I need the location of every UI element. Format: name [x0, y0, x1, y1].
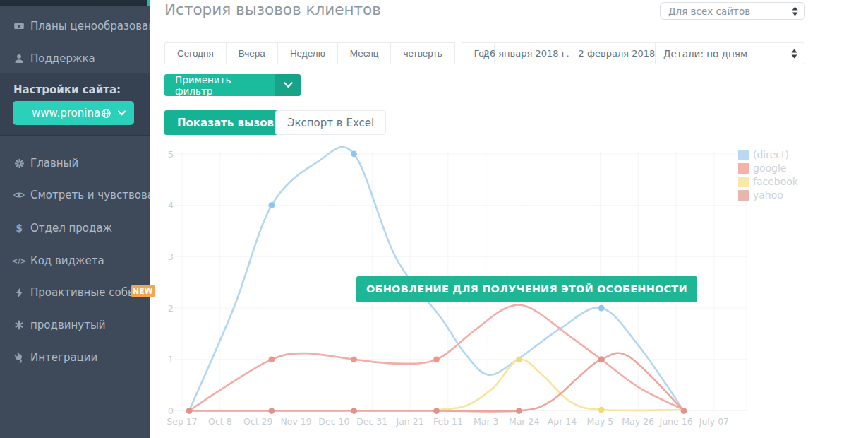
site-settings-label: Настройки сайта: — [13, 83, 121, 96]
sidebar-item-label: Интеграции — [30, 351, 97, 364]
code-icon: </> — [13, 255, 25, 266]
date-range-picker[interactable]: 26 января 2018 г. - 2 февраля 2018 г. — [494, 42, 656, 64]
sidebar-item-integrations[interactable]: Интеграции — [0, 348, 150, 367]
site-selector-value: www.pronina — [32, 107, 101, 119]
sidebar-item-pricing-plans[interactable]: Планы ценообразования — [0, 17, 150, 35]
series-point-direct — [598, 305, 605, 312]
chart-legend: (direct) google facebook yahoo — [738, 149, 798, 203]
svg-text:0: 0 — [168, 406, 174, 416]
sidebar-item-label: Главный — [30, 157, 78, 170]
main-content: История вызовов клиентов Для всех сайтов… — [150, 0, 868, 438]
legend-swatch — [738, 190, 749, 201]
site-settings-section: Настройки сайта: www.pronina — [0, 73, 150, 136]
sidebar-item-label: Планы ценообразования — [30, 20, 169, 32]
site-selector[interactable]: www.pronina — [13, 101, 134, 125]
legend-label: google — [753, 162, 786, 174]
range-button-quarter[interactable]: четверть — [390, 42, 454, 64]
series-point-google — [351, 356, 357, 362]
svg-text:Mar 24: Mar 24 — [509, 416, 540, 427]
sidebar-item-label: Отдел продаж — [30, 222, 112, 235]
svg-text:July 07: July 07 — [699, 416, 729, 427]
series-point-google — [433, 356, 440, 362]
bolt-icon — [13, 287, 25, 298]
range-button-today[interactable]: Сегодня — [164, 42, 227, 64]
sidebar-item-look-and-feel[interactable]: Смотреть и чувствовать — [0, 186, 150, 204]
svg-text:Mar 3: Mar 3 — [474, 416, 499, 427]
svg-text:4: 4 — [168, 200, 174, 211]
series-point-yahoo — [681, 408, 687, 414]
svg-text:May 26: May 26 — [622, 416, 654, 427]
legend-label: (direct) — [753, 149, 789, 160]
eye-icon — [13, 189, 25, 201]
globe-icon — [101, 108, 111, 119]
series-point-yahoo — [268, 408, 275, 414]
sidebar-item-proactive-events[interactable]: Проактивные события — [0, 283, 150, 302]
svg-text:Apr 14: Apr 14 — [548, 416, 577, 427]
legend-item-facebook[interactable]: facebook — [738, 176, 798, 187]
sidebar-item-label: Поддержка — [30, 52, 95, 65]
upgrade-feature-banner[interactable]: ОБНОВЛЕНИЕ ДЛЯ ПОЛУЧЕНИЯ ЭТОЙ ОСОБЕННОСТ… — [356, 276, 697, 302]
legend-item-google[interactable]: google — [738, 162, 798, 174]
series-point-facebook — [516, 356, 522, 362]
details-granularity-value: Детали: по дням — [663, 48, 791, 59]
svg-text:Oct 29: Oct 29 — [243, 416, 273, 427]
user-icon — [13, 53, 25, 64]
series-point-google — [268, 356, 275, 362]
select-spinner-icon — [791, 49, 797, 59]
legend-item-yahoo[interactable]: yahoo — [738, 189, 798, 201]
svg-text:May 5: May 5 — [586, 416, 613, 427]
sidebar-item-advanced[interactable]: продвинутый — [0, 316, 150, 334]
svg-text:2: 2 — [168, 303, 174, 314]
legend-swatch — [738, 150, 749, 160]
sidebar-item-widget-code[interactable]: </> Код виджета — [0, 251, 150, 270]
range-button-week[interactable]: Неделю — [277, 42, 338, 64]
site-filter-select[interactable]: Для всех сайтов — [660, 2, 805, 20]
legend-label: facebook — [753, 176, 798, 187]
svg-text:1: 1 — [168, 354, 174, 365]
svg-text:Jan 21: Jan 21 — [396, 416, 424, 427]
sidebar: Планы ценообразования Поддержка Настройк… — [0, 0, 150, 438]
svg-text:Feb 11: Feb 11 — [433, 416, 463, 427]
details-granularity-select[interactable]: Детали: по дням — [655, 42, 804, 64]
asterisk-icon — [13, 319, 25, 331]
series-point-yahoo — [516, 408, 522, 414]
series-point-direct — [351, 151, 357, 158]
legend-swatch — [738, 163, 749, 174]
plug-icon — [13, 352, 25, 363]
sidebar-top-strip — [0, 0, 150, 6]
legend-item-direct[interactable]: (direct) — [738, 149, 798, 160]
site-filter-value: Для всех сайтов — [668, 6, 792, 17]
series-point-yahoo — [351, 408, 357, 414]
sidebar-item-support[interactable]: Поддержка — [0, 49, 150, 68]
series-google — [189, 305, 684, 411]
range-button-yesterday[interactable]: Вчера — [226, 42, 278, 64]
select-spinner-icon — [792, 6, 798, 16]
svg-text:3: 3 — [168, 251, 174, 262]
legend-label: yahoo — [753, 189, 783, 201]
series-point-yahoo — [598, 356, 605, 362]
apply-filter-button[interactable]: Применить фильтр — [164, 74, 301, 96]
svg-text:Sep 17: Sep 17 — [167, 416, 197, 427]
date-range-button-group: Сегодня Вчера Неделю Месяц четверть Год — [164, 42, 502, 64]
svg-text:Dec 31: Dec 31 — [356, 416, 387, 427]
new-badge: NEW — [131, 285, 155, 297]
legend-swatch — [738, 177, 749, 187]
sidebar-item-sales[interactable]: $ Отдел продаж — [0, 219, 150, 237]
money-icon — [13, 20, 25, 32]
app-window: Планы ценообразования Поддержка Настройк… — [0, 0, 868, 438]
svg-text:Dec 10: Dec 10 — [318, 416, 349, 427]
export-excel-button[interactable]: Экспорт в Excel — [275, 110, 386, 135]
page-title: История вызовов клиентов — [164, 1, 381, 18]
svg-text:5: 5 — [168, 149, 174, 160]
sidebar-item-main[interactable]: Главный — [0, 154, 150, 172]
dollar-icon: $ — [13, 223, 25, 234]
apply-filter-label: Применить фильтр — [164, 74, 275, 96]
svg-text:Oct 8: Oct 8 — [208, 416, 232, 427]
series-point-facebook — [598, 407, 605, 413]
sidebar-item-label: Смотреть и чувствовать — [30, 189, 167, 201]
gear-icon — [13, 158, 25, 169]
svg-text:June 16: June 16 — [658, 416, 692, 427]
chevron-down-icon — [284, 82, 293, 88]
apply-filter-dropdown-toggle[interactable] — [275, 74, 301, 96]
range-button-month[interactable]: Месяц — [337, 42, 392, 64]
